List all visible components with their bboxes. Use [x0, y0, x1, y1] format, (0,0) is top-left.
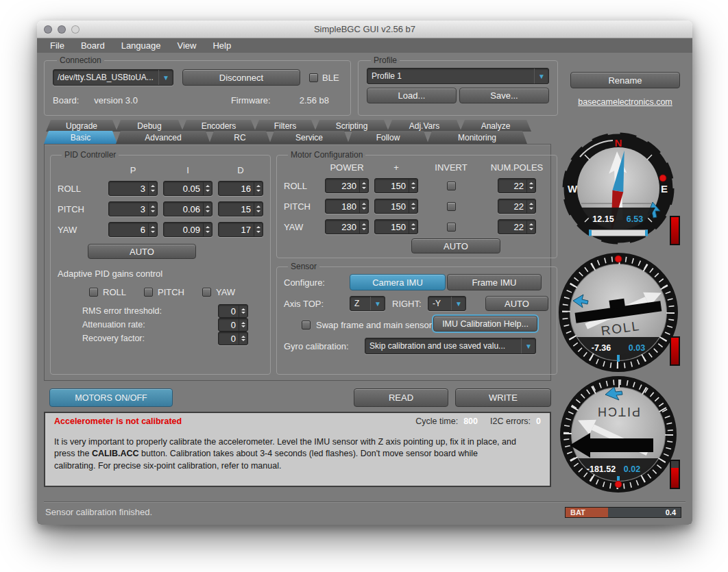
spinner-down-icon[interactable] — [149, 209, 157, 216]
spinner-down-icon[interactable] — [254, 188, 263, 195]
sensor-auto-button[interactable]: AUTO — [485, 296, 548, 311]
spinner-up-icon[interactable] — [409, 179, 417, 186]
rms-threshold-spinner[interactable]: 0 — [218, 304, 248, 318]
spinner-down-icon[interactable] — [204, 209, 212, 216]
spinner-up-icon[interactable] — [360, 199, 368, 206]
spinner-up-icon[interactable] — [409, 199, 417, 206]
tab-upgrade[interactable]: Upgrade — [46, 120, 117, 132]
spinner-down-icon[interactable] — [239, 325, 247, 331]
menu-view[interactable]: View — [170, 39, 204, 52]
pid-pitch-p-spinner[interactable]: 3 — [108, 201, 158, 216]
tab-basic[interactable]: Basic — [44, 131, 117, 144]
tab-adj-vars[interactable]: Adj.Vars — [387, 120, 461, 132]
motor-pitch-power-spinner[interactable]: 180 — [325, 199, 369, 214]
spinner-up-icon[interactable] — [254, 202, 263, 209]
spinner-down-icon[interactable] — [239, 311, 247, 317]
spinner-up-icon[interactable] — [409, 220, 417, 227]
spinner-up-icon[interactable] — [204, 182, 212, 188]
pid-yaw-i-spinner[interactable]: 0.09 — [163, 222, 213, 237]
spinner-down-icon[interactable] — [239, 338, 247, 345]
motor-yaw-power-spinner[interactable]: 230 — [325, 219, 369, 234]
axis-top-select[interactable]: Z — [350, 296, 385, 311]
ble-checkbox[interactable] — [309, 73, 318, 82]
gyro-calibration-select[interactable]: Skip calibration and use saved valu... — [365, 338, 536, 354]
serial-port-select[interactable]: /dev/tty.SLAB_USBtoUA... — [53, 69, 173, 86]
spinner-down-icon[interactable] — [204, 229, 212, 236]
spinner-up-icon[interactable] — [239, 332, 247, 338]
motor-pitch-poles-spinner[interactable]: 22 — [498, 199, 536, 214]
spinner-up-icon[interactable] — [149, 202, 157, 209]
tab-service[interactable]: Service — [269, 131, 349, 144]
spinner-up-icon[interactable] — [360, 220, 368, 227]
pid-pitch-d-spinner[interactable]: 15 — [218, 201, 263, 216]
menu-help[interactable]: Help — [205, 39, 239, 52]
close-button[interactable] — [44, 25, 52, 34]
disconnect-button[interactable]: Disconnect — [182, 69, 300, 86]
pid-roll-p-spinner[interactable]: 3 — [108, 181, 158, 196]
pid-roll-i-spinner[interactable]: 0.05 — [163, 181, 213, 196]
rename-button[interactable]: Rename — [570, 72, 680, 88]
spinner-up-icon[interactable] — [149, 223, 157, 229]
tab-rc[interactable]: RC — [209, 131, 271, 144]
attenuation-rate-spinner[interactable]: 0 — [218, 318, 248, 332]
spinner-up-icon[interactable] — [527, 220, 535, 227]
adaptive-yaw-checkbox[interactable] — [202, 288, 211, 297]
zoom-button[interactable] — [71, 25, 80, 34]
spinner-up-icon[interactable] — [527, 199, 535, 206]
profile-select[interactable]: Profile 1 — [367, 68, 549, 84]
motors-onoff-button[interactable]: MOTORS ON/OFF — [49, 388, 173, 407]
motor-pitch-invert-checkbox[interactable] — [447, 202, 456, 211]
motor-roll-power-spinner[interactable]: 230 — [325, 178, 369, 193]
spinner-up-icon[interactable] — [527, 179, 535, 186]
spinner-down-icon[interactable] — [204, 188, 212, 195]
motor-pitch-plus-spinner[interactable]: 150 — [374, 199, 418, 214]
spinner-up-icon[interactable] — [204, 223, 212, 229]
spinner-up-icon[interactable] — [149, 182, 157, 188]
spinner-down-icon[interactable] — [527, 186, 535, 192]
motor-roll-invert-checkbox[interactable] — [447, 182, 456, 190]
spinner-down-icon[interactable] — [254, 209, 263, 216]
spinner-down-icon[interactable] — [254, 229, 263, 236]
write-button[interactable]: WRITE — [455, 388, 551, 407]
menu-language[interactable]: Language — [114, 39, 169, 52]
tab-scripting[interactable]: Scripting — [315, 120, 389, 132]
spinner-down-icon[interactable] — [527, 227, 535, 234]
spinner-up-icon[interactable] — [254, 223, 263, 229]
spinner-down-icon[interactable] — [360, 186, 368, 192]
pid-auto-button[interactable]: AUTO — [88, 244, 196, 259]
spinner-down-icon[interactable] — [360, 206, 368, 213]
save-button[interactable]: Save... — [459, 88, 549, 103]
spinner-down-icon[interactable] — [527, 206, 535, 213]
imu-calibration-help-button[interactable]: IMU Calibration Help... — [433, 316, 537, 332]
spinner-down-icon[interactable] — [409, 227, 417, 234]
pid-yaw-p-spinner[interactable]: 6 — [108, 222, 158, 237]
adaptive-roll-checkbox[interactable] — [89, 288, 98, 297]
spinner-down-icon[interactable] — [409, 206, 417, 213]
load-button[interactable]: Load... — [367, 88, 457, 103]
spinner-down-icon[interactable] — [149, 188, 157, 195]
spinner-up-icon[interactable] — [204, 202, 212, 209]
spinner-down-icon[interactable] — [409, 186, 417, 192]
spinner-up-icon[interactable] — [360, 179, 368, 186]
tab-monitoring[interactable]: Monitoring — [427, 131, 527, 144]
pid-yaw-d-spinner[interactable]: 17 — [218, 222, 263, 237]
tab-analyze[interactable]: Analyze — [460, 120, 531, 132]
spinner-down-icon[interactable] — [149, 229, 157, 236]
pid-roll-d-spinner[interactable]: 16 — [218, 181, 263, 196]
adaptive-pitch-checkbox[interactable] — [144, 288, 153, 297]
camera-imu-button[interactable]: Camera IMU — [350, 274, 446, 290]
minimize-button[interactable] — [58, 25, 66, 34]
basecam-link[interactable]: basecamelectronics.com — [578, 97, 672, 107]
recovery-factor-spinner[interactable]: 0 — [218, 332, 248, 345]
axis-right-select[interactable]: -Y — [428, 296, 466, 311]
swap-sensors-checkbox[interactable] — [302, 321, 311, 329]
pid-pitch-i-spinner[interactable]: 0.06 — [163, 201, 213, 216]
spinner-up-icon[interactable] — [254, 182, 263, 188]
menu-file[interactable]: File — [43, 39, 72, 52]
tab-encoders[interactable]: Encoders — [182, 120, 256, 132]
motor-yaw-invert-checkbox[interactable] — [447, 223, 456, 232]
frame-imu-button[interactable]: Frame IMU — [447, 274, 542, 290]
motor-auto-button[interactable]: AUTO — [411, 238, 500, 253]
spinner-down-icon[interactable] — [360, 227, 368, 234]
motor-yaw-plus-spinner[interactable]: 150 — [374, 219, 418, 234]
